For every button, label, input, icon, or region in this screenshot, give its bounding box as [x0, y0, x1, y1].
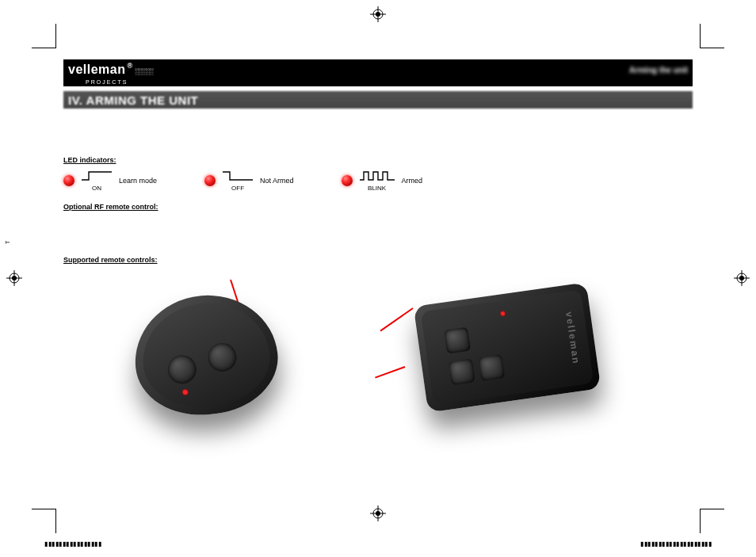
remote-rect-model: VM108: [357, 272, 380, 280]
rf-line2: Remote must be learned by pressing the l…: [63, 225, 693, 235]
brand-dots-icon: ░░░░░: [135, 68, 153, 75]
remote-oval-wrap: VM130T alarm on (*) alarm off: [63, 272, 301, 430]
waveform-off-icon: OFF: [222, 169, 254, 192]
registration-mark-right: [734, 270, 750, 286]
document-tag: ▮▮▮▮▮▮▮▮▮▮▮▮▮▮▮▮: [44, 540, 101, 547]
led-status-label: Armed: [402, 177, 423, 185]
side-tag: T: [5, 240, 10, 244]
remote-button-icon: [207, 341, 239, 373]
header-bar: velleman® ░░░░░ Arming the unit: [63, 59, 693, 80]
remote-brand-icon: velleman: [533, 323, 613, 353]
remote-button-icon: [444, 326, 471, 353]
remote-oval-arm-label: alarm on (*): [238, 272, 275, 280]
waveform-sub: BLINK: [359, 185, 395, 192]
remotes-block: Supported remote controls: VM130T alarm …: [63, 256, 693, 430]
crop-mark-bl: [32, 509, 56, 533]
brand-main: velleman: [68, 63, 125, 77]
remote-button-icon: [449, 358, 475, 385]
led-icon: [63, 175, 74, 186]
pointer-line: [380, 307, 413, 331]
remote-button-icon: [478, 354, 505, 381]
rf-block: Optional RF remote control: Connect the …: [63, 203, 693, 244]
intro-block: When the unit is powered, as long as at …: [63, 120, 693, 145]
led-status-blink: BLINK Armed: [342, 169, 423, 192]
brand-logo: velleman® ░░░░░: [68, 63, 153, 77]
led-status-off: OFF Not Armed: [204, 169, 294, 192]
rf-block-title: Optional RF remote control:: [63, 203, 693, 211]
remote-oval-image: [129, 288, 284, 422]
led-status-on: ON Learn mode: [63, 169, 157, 192]
header-section-label: Arming the unit: [629, 66, 688, 74]
intro-text-a: When the unit is powered, as long as at …: [63, 120, 693, 129]
remote-rect-arm-label: alarm on (*): [357, 302, 394, 310]
rf-line3: Disarm the alarm by pressing a button (*…: [63, 235, 693, 245]
led-status-label: Not Armed: [260, 177, 294, 185]
led-block-title: LED indicators:: [63, 156, 693, 164]
page-content: velleman® ░░░░░ Arming the unit PROJECTS…: [63, 59, 693, 498]
waveform-sub: ON: [81, 185, 113, 192]
crop-mark-tl: [32, 24, 56, 48]
crop-mark-br: [700, 509, 724, 533]
brand-reg: ®: [127, 62, 132, 70]
remote-rect-wrap: VM108 alarm on (*) alarm off velleman: [357, 272, 610, 430]
timestamp: ▮▮▮▮▮▮▮▮▮▮▮▮▮▮▮▮▮▮▮▮: [640, 540, 712, 547]
section-title-bar: IV. ARMING THE UNIT: [63, 91, 693, 109]
led-status-label: Learn mode: [119, 177, 157, 185]
led-block: LED indicators: ON Learn mode OFF Not Ar…: [63, 156, 693, 192]
remotes-row: VM130T alarm on (*) alarm off VM108 alar…: [63, 272, 693, 430]
remote-oval-dis-label: alarm off: [63, 357, 91, 365]
led-icon: [342, 175, 353, 186]
registration-mark-bottom: [370, 505, 386, 521]
remote-led-icon: [501, 311, 506, 316]
registration-mark-top: [370, 6, 386, 22]
rf-line1: Connect the optional RF receiver module …: [63, 216, 693, 225]
waveform-sub: OFF: [222, 185, 254, 192]
waveform-on-icon: ON: [81, 169, 113, 192]
remote-rect-image: velleman: [414, 282, 601, 412]
crop-mark-tr: [700, 24, 724, 48]
section-title: IV. ARMING THE UNIT: [68, 93, 198, 107]
led-status-row: ON Learn mode OFF Not Armed BLINK Armed: [63, 169, 693, 192]
remote-rect-dis-label: alarm off: [357, 364, 384, 372]
intro-text-b: When ready, the led will flash slowly. E…: [63, 135, 693, 145]
remote-led-icon: [182, 389, 188, 395]
remote-button-icon: [166, 353, 198, 385]
remotes-title: Supported remote controls:: [63, 256, 693, 264]
remote-oval-model: VM130T: [63, 288, 90, 296]
registration-mark-left: [6, 270, 22, 286]
brand-subtitle: PROJECTS: [63, 78, 693, 86]
waveform-blink-icon: BLINK: [359, 169, 395, 192]
led-icon: [204, 175, 216, 186]
